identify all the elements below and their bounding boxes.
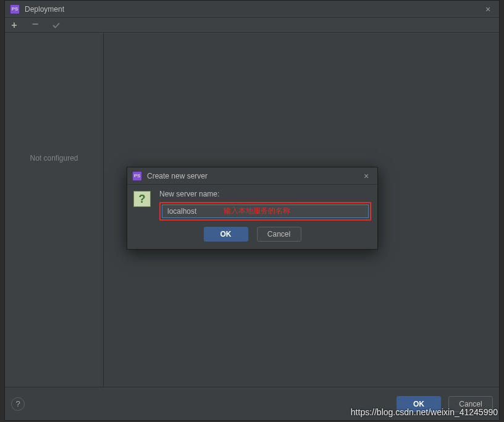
sidebar-toolbar: + − bbox=[5, 18, 499, 33]
close-icon[interactable]: × bbox=[360, 170, 372, 182]
apply-icon[interactable] bbox=[52, 21, 61, 30]
modal-buttons: OK Cancel bbox=[133, 227, 371, 242]
cancel-button[interactable]: Cancel bbox=[448, 396, 493, 412]
server-name-input[interactable] bbox=[162, 205, 369, 218]
sidebar: Not configured bbox=[5, 33, 104, 387]
create-server-dialog: PS Create new server × ? New server name… bbox=[127, 167, 378, 250]
new-server-name-label: New server name: bbox=[159, 190, 371, 198]
ide-icon: PS bbox=[132, 171, 142, 181]
help-icon[interactable]: ? bbox=[11, 397, 25, 411]
ok-button[interactable]: OK bbox=[397, 396, 441, 412]
remove-icon[interactable]: − bbox=[31, 20, 40, 29]
parent-titlebar: PS Deployment × bbox=[5, 1, 499, 18]
ide-icon: PS bbox=[10, 4, 20, 14]
footer: ? OK Cancel bbox=[5, 387, 499, 420]
cancel-button[interactable]: Cancel bbox=[257, 227, 301, 242]
close-icon[interactable]: × bbox=[482, 3, 494, 15]
input-highlight-box: 输入本地服务的名称 bbox=[159, 202, 371, 221]
parent-title: Deployment bbox=[25, 5, 482, 14]
question-icon: ? bbox=[133, 191, 151, 207]
modal-title: Create new server bbox=[147, 172, 360, 180]
ok-button[interactable]: OK bbox=[204, 227, 248, 242]
not-configured-label: Not configured bbox=[30, 154, 78, 162]
modal-body: ? New server name: 输入本地服务的名称 OK Cancel bbox=[127, 185, 377, 249]
modal-titlebar: PS Create new server × bbox=[127, 167, 377, 185]
add-icon[interactable]: + bbox=[10, 21, 19, 30]
